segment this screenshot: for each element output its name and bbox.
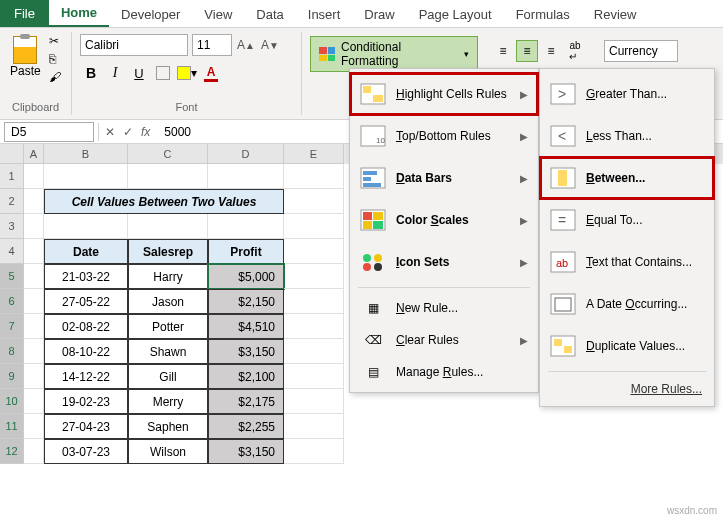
row-header[interactable]: 4 [0, 239, 24, 264]
cell[interactable] [284, 289, 344, 314]
paste-button[interactable]: Paste [8, 34, 43, 80]
header-cell[interactable]: Salesrep [128, 239, 208, 264]
cell[interactable] [128, 164, 208, 189]
wrap-text-icon[interactable]: ab↵ [564, 40, 586, 62]
data-cell[interactable]: Merry [128, 389, 208, 414]
number-format-select[interactable] [604, 40, 678, 62]
fx-icon[interactable]: fx [141, 125, 150, 139]
cell[interactable] [284, 314, 344, 339]
data-cell[interactable]: 27-05-22 [44, 289, 128, 314]
title-cell[interactable]: Cell Values Between Two Values [44, 189, 284, 214]
tab-insert[interactable]: Insert [296, 2, 353, 27]
new-rule-item[interactable]: ▦ New Rule... [350, 292, 538, 324]
row-header[interactable]: 8 [0, 339, 24, 364]
tab-home[interactable]: Home [49, 0, 109, 27]
duplicate-values-item[interactable]: Duplicate Values... [540, 325, 714, 367]
data-cell[interactable]: $4,510 [208, 314, 284, 339]
cell[interactable] [24, 414, 44, 439]
data-bars-item[interactable]: Data Bars ▶ [350, 157, 538, 199]
data-cell[interactable]: $2,255 [208, 414, 284, 439]
enter-formula-icon[interactable]: ✓ [123, 125, 133, 139]
bold-button[interactable]: B [80, 62, 102, 84]
data-cell[interactable]: Saphen [128, 414, 208, 439]
col-header[interactable]: D [208, 144, 284, 164]
cell[interactable] [284, 414, 344, 439]
cell[interactable] [284, 264, 344, 289]
data-cell[interactable]: Harry [128, 264, 208, 289]
col-header[interactable]: C [128, 144, 208, 164]
row-header[interactable]: 9 [0, 364, 24, 389]
row-header[interactable]: 6 [0, 289, 24, 314]
tab-data[interactable]: Data [244, 2, 295, 27]
cell[interactable] [24, 164, 44, 189]
data-cell[interactable]: 03-07-23 [44, 439, 128, 464]
text-contains-item[interactable]: ab Text that Contains... [540, 241, 714, 283]
cell[interactable] [284, 164, 344, 189]
col-header[interactable]: A [24, 144, 44, 164]
increase-font-icon[interactable]: A▲ [236, 35, 256, 55]
col-header[interactable]: E [284, 144, 344, 164]
tab-file[interactable]: File [0, 0, 49, 27]
data-cell[interactable]: Shawn [128, 339, 208, 364]
cell[interactable] [208, 214, 284, 239]
manage-rules-item[interactable]: ▤ Manage Rules... [350, 356, 538, 388]
cell[interactable] [24, 439, 44, 464]
conditional-formatting-button[interactable]: Conditional Formatting ▾ [310, 36, 478, 72]
cell[interactable] [284, 339, 344, 364]
cell[interactable] [284, 189, 344, 214]
row-header[interactable]: 10 [0, 389, 24, 414]
cell[interactable] [24, 289, 44, 314]
data-cell[interactable]: 19-02-23 [44, 389, 128, 414]
between-item[interactable]: Between... [540, 157, 714, 199]
font-color-button[interactable]: A [200, 62, 222, 84]
cell[interactable] [284, 214, 344, 239]
formula-input[interactable] [158, 123, 320, 141]
cell[interactable] [44, 214, 128, 239]
fill-color-button[interactable]: ▾ [176, 62, 198, 84]
header-cell[interactable]: Profit [208, 239, 284, 264]
cell[interactable] [24, 264, 44, 289]
color-scales-item[interactable]: Color Scales ▶ [350, 199, 538, 241]
header-cell[interactable]: Date [44, 239, 128, 264]
select-all-corner[interactable] [0, 144, 24, 164]
row-header[interactable]: 11 [0, 414, 24, 439]
less-than-item[interactable]: < Less Than... [540, 115, 714, 157]
cell[interactable] [24, 389, 44, 414]
data-cell[interactable]: $2,150 [208, 289, 284, 314]
highlight-cells-rules-item[interactable]: Highlight Cells Rules ▶ [350, 73, 538, 115]
row-header[interactable]: 3 [0, 214, 24, 239]
data-cell[interactable]: Gill [128, 364, 208, 389]
data-cell[interactable]: Potter [128, 314, 208, 339]
align-right-icon[interactable]: ≡ [540, 40, 562, 62]
cell[interactable] [24, 189, 44, 214]
cell[interactable] [44, 164, 128, 189]
format-painter-icon[interactable]: 🖌 [49, 70, 61, 84]
name-box[interactable] [4, 122, 94, 142]
equal-to-item[interactable]: = Equal To... [540, 199, 714, 241]
border-button[interactable] [152, 62, 174, 84]
font-size-select[interactable] [192, 34, 232, 56]
data-cell[interactable]: $2,100 [208, 364, 284, 389]
underline-button[interactable]: U [128, 62, 150, 84]
top-bottom-rules-item[interactable]: 10 Top/Bottom Rules ▶ [350, 115, 538, 157]
date-occurring-item[interactable]: A Date Occurring... [540, 283, 714, 325]
cell[interactable] [24, 314, 44, 339]
copy-icon[interactable]: ⎘ [49, 52, 61, 66]
data-cell[interactable]: $3,150 [208, 439, 284, 464]
cell[interactable] [24, 339, 44, 364]
cell[interactable] [128, 214, 208, 239]
font-family-select[interactable] [80, 34, 188, 56]
cell[interactable] [208, 164, 284, 189]
icon-sets-item[interactable]: Icon Sets ▶ [350, 241, 538, 283]
decrease-font-icon[interactable]: A▼ [260, 35, 280, 55]
tab-draw[interactable]: Draw [352, 2, 406, 27]
tab-formulas[interactable]: Formulas [504, 2, 582, 27]
row-header[interactable]: 2 [0, 189, 24, 214]
row-header[interactable]: 12 [0, 439, 24, 464]
cell[interactable] [284, 364, 344, 389]
tab-developer[interactable]: Developer [109, 2, 192, 27]
cell[interactable] [284, 389, 344, 414]
data-cell[interactable]: 08-10-22 [44, 339, 128, 364]
data-cell[interactable]: 14-12-22 [44, 364, 128, 389]
cancel-formula-icon[interactable]: ✕ [105, 125, 115, 139]
